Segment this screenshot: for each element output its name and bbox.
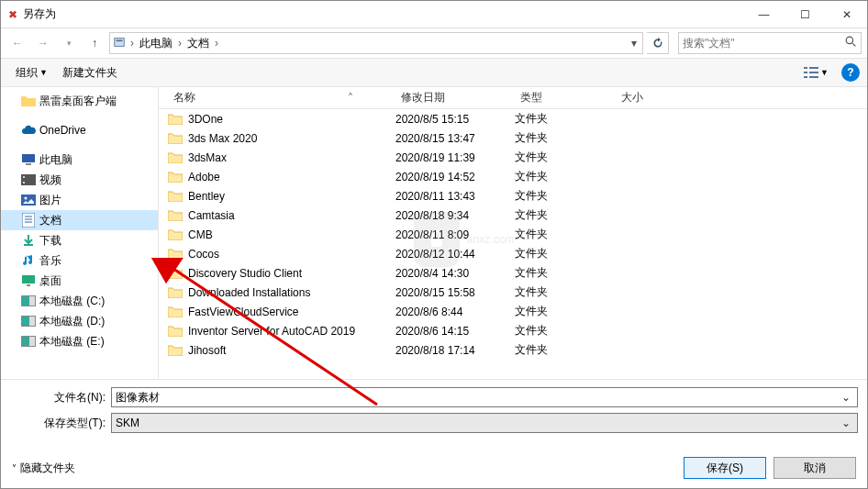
file-row[interactable]: FastViewCloudService2020/8/6 8:44文件夹: [159, 302, 867, 321]
tree-item[interactable]: 视频: [1, 170, 158, 190]
hide-folders-toggle[interactable]: ˅ 隐藏文件夹: [12, 461, 75, 476]
refresh-button[interactable]: [647, 32, 669, 54]
minimize-button[interactable]: —: [743, 1, 785, 28]
file-name: FastViewCloudService: [188, 306, 299, 318]
folder-icon: [168, 150, 184, 165]
svg-point-14: [23, 182, 25, 183]
header-type[interactable]: 类型: [515, 90, 616, 106]
file-date: 2020/8/18 9:34: [395, 209, 515, 222]
breadcrumb[interactable]: › 此电脑 › 文档 › ▾: [109, 32, 643, 54]
header-date[interactable]: 修改日期: [395, 90, 515, 106]
file-row[interactable]: Adobe2020/8/19 14:52文件夹: [159, 167, 867, 186]
tree-item-label: 此电脑: [39, 152, 72, 168]
help-button[interactable]: ?: [841, 63, 860, 82]
filetype-dropdown[interactable]: ⌄: [839, 417, 853, 429]
new-folder-button[interactable]: 新建文件夹: [55, 62, 125, 83]
tree-item-label: 图片: [39, 193, 61, 208]
filetype-field[interactable]: SKM ⌄: [111, 413, 858, 433]
tree-item[interactable]: 桌面: [1, 271, 158, 291]
chevron-down-icon: ▼: [820, 68, 829, 77]
file-date: 2020/8/6 8:44: [395, 306, 515, 318]
cloud-icon: [21, 123, 36, 138]
folder-icon: [168, 228, 184, 242]
cancel-button[interactable]: 取消: [773, 457, 856, 479]
svg-rect-15: [21, 194, 36, 206]
file-row[interactable]: Inventor Server for AutoCAD 20192020/8/6…: [159, 321, 867, 340]
filename-dropdown[interactable]: ⌄: [839, 391, 853, 404]
window-title: 另存为: [23, 6, 743, 22]
tree-item[interactable]: OneDrive: [1, 120, 158, 140]
maximize-button[interactable]: ☐: [785, 1, 826, 28]
disk-icon: [21, 294, 36, 308]
breadcrumb-dropdown[interactable]: ▾: [626, 37, 642, 50]
file-row[interactable]: CMB2020/8/11 8:09文件夹: [159, 225, 867, 244]
back-button[interactable]: ←: [6, 32, 28, 54]
organize-button[interactable]: 组织 ▼: [8, 62, 55, 83]
file-type: 文件夹: [515, 169, 616, 184]
tree-item[interactable]: 此电脑: [1, 150, 158, 170]
footer: ˅ 隐藏文件夹 保存(S) 取消: [1, 444, 867, 488]
recent-dropdown[interactable]: ▾: [58, 32, 80, 54]
tree-item[interactable]: 黑雷桌面客户端: [1, 91, 158, 111]
filename-input[interactable]: [116, 391, 839, 404]
tree-item[interactable]: 本地磁盘 (E:): [1, 331, 158, 351]
folder-icon: [168, 343, 184, 358]
tree-item[interactable]: 文档: [1, 210, 158, 230]
search-input[interactable]: [683, 37, 845, 50]
file-row[interactable]: Downloaded Installations2020/8/15 15:58文…: [159, 283, 867, 302]
file-type: 文件夹: [515, 111, 616, 127]
nav-tree[interactable]: 黑雷桌面客户端OneDrive此电脑视频图片文档下载音乐桌面本地磁盘 (C:)本…: [1, 87, 159, 379]
file-name: 3dsMax: [188, 151, 227, 164]
tree-item[interactable]: 音乐: [1, 250, 158, 271]
chevron-right-icon[interactable]: ›: [128, 37, 136, 50]
save-button[interactable]: 保存(S): [684, 457, 766, 479]
bottom-panel: 文件名(N): ⌄ 保存类型(T): SKM ⌄: [1, 379, 867, 444]
file-rows[interactable]: 3DOne2020/8/5 15:15文件夹3ds Max 20202020/8…: [159, 109, 867, 379]
tree-item-label: 下载: [39, 233, 61, 249]
filename-label: 文件名(N):: [10, 390, 111, 406]
svg-rect-7: [809, 72, 818, 73]
forward-button[interactable]: →: [32, 32, 54, 54]
file-type: 文件夹: [515, 304, 616, 319]
file-row[interactable]: Jihosoft2020/8/18 17:14文件夹: [159, 340, 867, 360]
tree-item-label: 桌面: [39, 273, 61, 289]
up-button[interactable]: ↑: [83, 32, 106, 54]
file-row[interactable]: Discovery Studio Client2020/8/4 14:30文件夹: [159, 263, 867, 283]
tree-item[interactable]: 本地磁盘 (C:): [1, 291, 158, 311]
file-name: Camtasia: [188, 209, 235, 222]
file-row[interactable]: 3ds Max 20202020/8/15 13:47文件夹: [159, 128, 867, 148]
tree-item[interactable]: 下载: [1, 230, 158, 250]
crumb-documents[interactable]: 文档: [184, 33, 213, 53]
svg-rect-11: [26, 163, 31, 165]
file-row[interactable]: Camtasia2020/8/18 9:34文件夹: [159, 206, 867, 225]
file-row[interactable]: Cocos2020/8/12 10:44文件夹: [159, 244, 867, 263]
file-type: 文件夹: [515, 342, 616, 358]
crumb-this-pc[interactable]: 此电脑: [136, 33, 176, 53]
tree-item[interactable]: 本地磁盘 (D:): [1, 311, 158, 331]
header-name[interactable]: 名称˄: [168, 90, 395, 106]
file-type: 文件夹: [515, 246, 616, 261]
main-area: 黑雷桌面客户端OneDrive此电脑视频图片文档下载音乐桌面本地磁盘 (C:)本…: [1, 87, 867, 379]
doc-icon: [21, 213, 36, 228]
filetype-value: SKM: [116, 417, 139, 429]
chevron-right-icon[interactable]: ›: [176, 37, 184, 50]
file-name: Adobe: [188, 171, 220, 183]
view-mode-button[interactable]: ▼: [798, 63, 834, 82]
file-type: 文件夹: [515, 207, 616, 223]
file-row[interactable]: 3dsMax2020/8/19 11:39文件夹: [159, 148, 867, 167]
header-size[interactable]: 大小: [616, 90, 689, 106]
search-box[interactable]: [678, 32, 862, 54]
search-icon[interactable]: [845, 36, 857, 50]
filename-field[interactable]: ⌄: [111, 387, 858, 407]
svg-rect-8: [804, 76, 807, 78]
tree-item[interactable]: 图片: [1, 190, 158, 210]
file-row[interactable]: 3DOne2020/8/5 15:15文件夹: [159, 109, 867, 128]
file-date: 2020/8/15 13:47: [395, 132, 515, 145]
app-icon: ✖: [8, 8, 17, 21]
file-row[interactable]: Bentley2020/8/11 13:43文件夹: [159, 186, 867, 206]
close-button[interactable]: ✕: [826, 1, 867, 28]
file-date: 2020/8/4 14:30: [395, 267, 515, 280]
file-name: Bentley: [188, 190, 225, 203]
chevron-right-icon[interactable]: ›: [213, 37, 220, 50]
svg-rect-1: [117, 39, 123, 41]
